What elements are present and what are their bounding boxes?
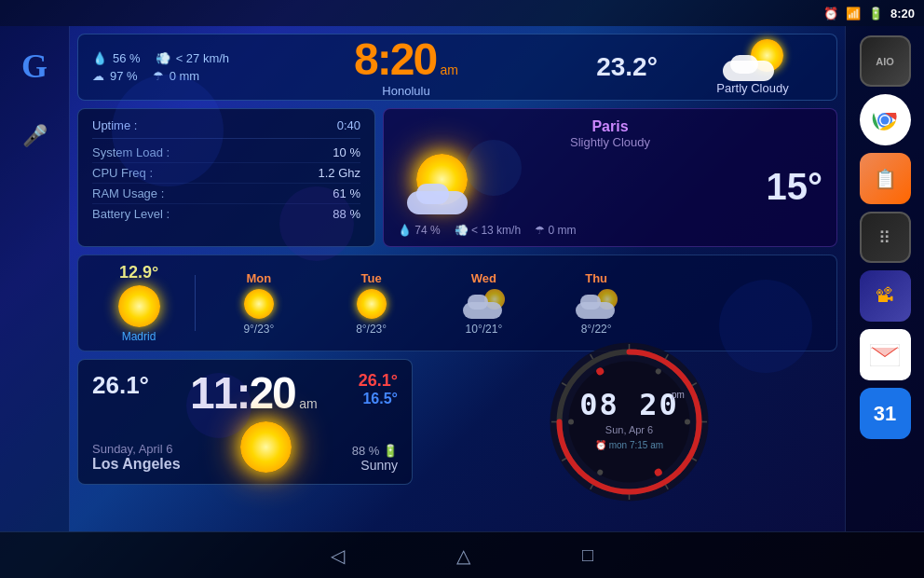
status-bar: ⏰ 📶 🔋 8:20	[0, 0, 924, 26]
clock-panel: 08 20 pm Sun, Apr 6 ⏰ mon 7:15 am	[420, 359, 837, 485]
grid-icon: ⠿	[878, 227, 891, 248]
svg-text:pm: pm	[672, 390, 685, 400]
chrome-icon	[870, 105, 900, 135]
battery-value: 88 %	[333, 207, 360, 221]
app-movies-button[interactable]: 📽	[860, 270, 911, 322]
svg-point-28	[568, 420, 574, 425]
wind-icon: 💨	[156, 51, 170, 65]
left-sidebar: G 🎤	[0, 26, 70, 531]
forecast-day-mon: Mon 9°/23°	[205, 271, 313, 336]
cpufreq-label: CPU Freq :	[92, 166, 153, 180]
cpufreq-row: CPU Freq : 1.2 Ghz	[92, 163, 360, 184]
wind-value: < 27 km/h	[176, 51, 229, 65]
la-info-left: Sunday, April 6 Los Angeles	[92, 442, 181, 473]
recent-button[interactable]: □	[582, 544, 593, 566]
svg-point-25	[685, 420, 690, 425]
thu-icon	[576, 289, 618, 319]
home-button[interactable]: △	[456, 544, 470, 567]
la-bottom-row: Sunday, April 6 Los Angeles 88 % 🔋 Sunny	[92, 421, 398, 473]
la-hi-lo: 26.1° 16.5°	[359, 371, 398, 407]
thu-temps: 8°/22°	[581, 323, 612, 336]
humidity-row: 💧 56 % 💨 < 27 km/h	[92, 51, 241, 65]
main-city: Honolulu	[241, 84, 571, 98]
la-temp: 26.1°	[92, 371, 149, 400]
rain-value: 0 mm	[170, 69, 200, 83]
paris-panel: Paris Slightly Cloudy 15° 💧 74 % 💨 < 13 …	[383, 108, 837, 247]
la-date: Sunday, April 6	[92, 442, 181, 456]
paris-condition: Slightly Cloudy	[398, 135, 822, 149]
main-content: 💧 56 % 💨 < 27 km/h ☁ 97 % ☂ 0 mm 8:20 am…	[70, 26, 845, 531]
wifi-icon: 📶	[846, 7, 861, 21]
svg-text:08 20: 08 20	[579, 387, 678, 422]
forecast-day-wed: Wed 10°/21°	[430, 271, 538, 336]
app-grid-button[interactable]: ⠿	[860, 212, 911, 263]
uptime-value: 0:40	[337, 118, 360, 132]
paris-main: 15°	[398, 154, 822, 219]
condition-label: Partly Cloudy	[716, 81, 788, 95]
la-time: 11:20 am	[190, 371, 318, 416]
google-button[interactable]: G	[9, 40, 61, 91]
battery-label: Battery Level :	[92, 207, 170, 221]
tue-temps: 8°/23°	[356, 323, 387, 336]
la-lo-temp: 16.5°	[359, 391, 398, 407]
weather-stats: 💧 56 % 💨 < 27 km/h ☁ 97 % ☂ 0 mm	[92, 51, 241, 83]
la-hi-temp: 26.1°	[359, 371, 398, 391]
app-gmail-button[interactable]	[860, 329, 911, 380]
la-sun-icon	[240, 421, 292, 473]
tue-icon	[357, 289, 387, 319]
la-battery-info: 88 % 🔋 Sunny	[352, 444, 398, 473]
app-tasks-button[interactable]: 📋	[860, 153, 911, 204]
app-aio-button[interactable]: AIO	[860, 35, 911, 87]
la-ampm: am	[299, 396, 317, 411]
tasks-icon: 📋	[874, 168, 897, 190]
paris-humidity: 💧 74 %	[398, 224, 441, 237]
battery-row: Battery Level : 88 %	[92, 204, 360, 224]
status-time: 8:20	[890, 7, 915, 21]
mon-icon	[244, 289, 274, 319]
app-chrome-button[interactable]	[860, 94, 911, 145]
back-button[interactable]: ◁	[331, 544, 345, 567]
mon-temps: 9°/23°	[243, 323, 274, 336]
main-time: 8:20	[354, 34, 436, 84]
paris-header: Paris Slightly Cloudy	[398, 118, 822, 149]
forecast-current-sun	[118, 285, 160, 327]
ramusage-label: RAM Usage :	[92, 186, 164, 200]
condition-icon	[723, 39, 783, 81]
paris-rain: ☂ 0 mm	[535, 224, 576, 237]
uptime-row: Uptime : 0:40	[92, 118, 360, 139]
humidity-value: 56 %	[113, 51, 141, 65]
top-weather-bar: 💧 56 % 💨 < 27 km/h ☁ 97 % ☂ 0 mm 8:20 am…	[77, 34, 837, 101]
svg-text:⏰ mon 7:15 am: ⏰ mon 7:15 am	[594, 439, 662, 451]
uptime-label: Uptime :	[92, 118, 137, 132]
bottom-row: 26.1° 11:20 am 26.1° 16.5° Sunday, April…	[77, 359, 837, 485]
sysload-label: System Load :	[92, 145, 170, 159]
forecast-day-tue: Tue 8°/23°	[318, 271, 426, 336]
svg-point-2	[881, 116, 890, 124]
bottom-nav: ◁ △ □	[0, 531, 924, 578]
forecast-row: 12.9° Madrid Mon 9°/23° Tue 8°/23° Wed 1…	[77, 255, 837, 351]
gmail-icon	[870, 344, 900, 366]
alarm-icon: ⏰	[823, 7, 838, 21]
forecast-divider	[195, 275, 196, 331]
ramusage-row: RAM Usage : 61 %	[92, 184, 360, 204]
app-calendar-button[interactable]: 31	[860, 388, 911, 439]
mon-label: Mon	[247, 271, 272, 285]
google-icon: G	[21, 47, 48, 86]
humidity-icon: 💧	[92, 51, 107, 65]
forecast-day-thu: Thu 8°/22°	[542, 271, 650, 336]
calendar-label: 31	[874, 402, 896, 426]
sysload-row: System Load : 10 %	[92, 143, 360, 163]
mic-button[interactable]: 🎤	[9, 110, 61, 161]
paris-weather-icon	[407, 154, 482, 219]
tue-label: Tue	[361, 271, 382, 285]
system-panel: Uptime : 0:40 System Load : 10 % CPU Fre…	[77, 108, 375, 247]
svg-text:Sun, Apr 6: Sun, Apr 6	[605, 424, 652, 435]
wed-temps: 10°/21°	[466, 323, 503, 336]
main-time-display: 8:20 am Honolulu	[241, 37, 571, 98]
main-temp: 23.2°	[596, 52, 658, 81]
ramusage-value: 61 %	[333, 186, 360, 200]
rain-icon: ☂	[153, 69, 164, 83]
paris-city: Paris	[398, 118, 822, 135]
la-panel: 26.1° 11:20 am 26.1° 16.5° Sunday, April…	[77, 359, 413, 485]
thu-label: Thu	[585, 271, 607, 285]
